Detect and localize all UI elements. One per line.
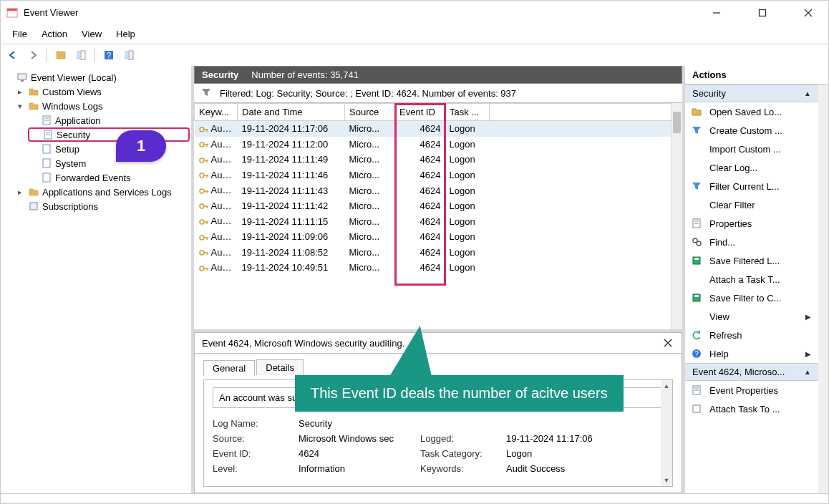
tree-root[interactable]: Event Viewer (Local) [2, 70, 190, 84]
tree-system[interactable]: System [2, 156, 190, 170]
action-item[interactable]: Save Filter to C... [685, 289, 818, 307]
navigation-tree[interactable]: Event Viewer (Local) ▸ Custom Views ▾ Wi… [1, 66, 194, 493]
actions-scrollbar[interactable] [818, 84, 828, 493]
svg-point-52 [200, 266, 204, 271]
action-label: Attach Task To ... [709, 404, 780, 415]
col-datetime[interactable]: Date and Time [238, 104, 345, 121]
svg-rect-1 [7, 9, 17, 11]
expand-icon[interactable]: ▸ [15, 188, 25, 197]
filter-summary: Filtered: Log: Security; Source: ; Event… [194, 84, 682, 103]
show-hide-tree-button[interactable] [53, 47, 69, 63]
table-row[interactable]: Aud...19-11-2024 11:12:00Micro...4624Log… [195, 137, 682, 152]
action-label: Attach a Task T... [709, 274, 780, 285]
tree-forwarded[interactable]: Forwarded Events [2, 170, 190, 185]
action-label: Refresh [709, 330, 742, 341]
col-eventid[interactable]: Event ID [395, 104, 445, 121]
tree-security[interactable]: Security [28, 127, 190, 142]
events-scrollbar[interactable] [671, 103, 682, 329]
action-icon [691, 199, 702, 210]
collapse-icon[interactable]: ▾ [15, 102, 25, 111]
action-icon [691, 236, 702, 248]
actions-pane: Actions Security ▲ Open Saved Lo...Creat… [685, 66, 828, 493]
action-item[interactable]: Create Custom ... [685, 121, 818, 140]
actions-group-label: Event 4624, Microso... [692, 367, 785, 377]
expand-icon[interactable]: ▸ [15, 87, 25, 97]
col-task[interactable]: Task ... [445, 104, 490, 121]
action-item[interactable]: Refresh [685, 326, 818, 344]
key-icon [199, 263, 209, 273]
maximize-button[interactable] [748, 3, 777, 23]
table-row[interactable]: Aud...19-11-2024 11:11:43Micro...4624Log… [195, 183, 682, 198]
action-icon [691, 403, 702, 415]
actions-group-security[interactable]: Security ▲ [685, 84, 818, 102]
lab-logged: Logged: [420, 433, 506, 444]
table-row[interactable]: Aud...19-11-2024 11:11:49Micro...4624Log… [195, 152, 682, 168]
col-source[interactable]: Source [345, 104, 395, 121]
window-title: Event Viewer [24, 7, 702, 18]
action-item[interactable]: Clear Log... [685, 158, 818, 177]
table-row[interactable]: Aud...19-11-2024 11:11:15Micro...4624Log… [195, 213, 682, 229]
folder-icon [28, 86, 39, 97]
svg-point-61 [697, 241, 701, 246]
action-label: Event Properties [709, 385, 778, 396]
table-row[interactable]: Aud...19-11-2024 11:08:52Micro...4624Log… [195, 245, 682, 261]
table-row[interactable]: Aud...19-11-2024 11:11:42Micro...4624Log… [195, 198, 682, 214]
events-table[interactable]: Keyw... Date and Time Source Event ID Ta… [194, 103, 682, 276]
menu-action[interactable]: Action [36, 27, 73, 41]
tree-custom-views[interactable]: ▸ Custom Views [2, 84, 190, 99]
svg-rect-8 [81, 51, 85, 59]
actions-group-event[interactable]: Event 4624, Microso... ▲ [685, 363, 818, 381]
action-item[interactable]: Properties [685, 214, 818, 233]
action-item[interactable]: Import Custom ... [685, 140, 818, 158]
action-item[interactable]: View▶ [685, 307, 818, 326]
table-row[interactable]: Aud...19-11-2024 11:17:06Micro...4624Log… [195, 121, 682, 137]
annotation-badge-1: 1 [116, 130, 166, 162]
action-item[interactable]: Attach Task To ... [685, 399, 818, 418]
val-source: Microsoft Windows sec [299, 433, 420, 444]
tab-general[interactable]: General [203, 360, 255, 376]
action-item[interactable]: Attach a Task T... [685, 270, 818, 289]
svg-point-40 [200, 204, 204, 208]
key-icon [199, 233, 209, 243]
tab-details[interactable]: Details [256, 359, 304, 375]
action-item[interactable]: Save Filtered L... [685, 251, 818, 270]
action-item[interactable]: Filter Current L... [685, 177, 818, 195]
svg-point-46 [200, 236, 204, 240]
tree-apps-services[interactable]: ▸ Applications and Services Logs [2, 185, 190, 199]
menu-file[interactable]: File [6, 27, 33, 41]
tree-subscriptions[interactable]: Subscriptions [2, 199, 190, 213]
action-label: View [709, 311, 729, 322]
action-label: Save Filtered L... [709, 256, 780, 266]
tree-application[interactable]: Application [2, 113, 190, 127]
chevron-up-icon: ▲ [804, 368, 811, 376]
val-keywords: Audit Success [506, 463, 628, 474]
svg-rect-21 [43, 145, 50, 153]
detail-scrollbar[interactable]: ▲ ▼ [661, 380, 672, 486]
properties-button[interactable] [73, 47, 89, 63]
title-bar: Event Viewer [0, 0, 829, 24]
action-item[interactable]: Clear Filter [685, 195, 818, 214]
menu-help[interactable]: Help [110, 27, 141, 41]
svg-point-31 [200, 158, 204, 163]
table-row[interactable]: Aud...19-11-2024 11:11:46Micro...4624Log… [195, 168, 682, 183]
menu-view[interactable]: View [76, 27, 107, 41]
tree-windows-logs[interactable]: ▾ Windows Logs [2, 99, 190, 113]
val-level: Information [299, 463, 420, 474]
back-button[interactable] [5, 47, 21, 63]
toolbar-extra-button[interactable] [121, 47, 137, 63]
tree-label: Security [57, 130, 90, 140]
close-button[interactable] [794, 3, 823, 23]
action-item[interactable]: Find... [685, 233, 818, 251]
forward-button[interactable] [25, 47, 41, 63]
funnel-icon [201, 87, 213, 99]
action-item[interactable]: ?Help▶ [685, 344, 818, 363]
key-icon [199, 155, 209, 165]
table-row[interactable]: Aud...19-11-2024 10:49:51Micro...4624Log… [195, 260, 682, 276]
col-keywords[interactable]: Keyw... [195, 104, 238, 121]
detail-close-button[interactable] [661, 336, 674, 349]
table-row[interactable]: Aud...19-11-2024 11:09:06Micro...4624Log… [195, 229, 682, 245]
action-item[interactable]: Open Saved Lo... [685, 102, 818, 121]
minimize-button[interactable] [702, 3, 731, 23]
help-button[interactable]: ? [101, 47, 117, 63]
action-item[interactable]: Event Properties [685, 381, 818, 399]
